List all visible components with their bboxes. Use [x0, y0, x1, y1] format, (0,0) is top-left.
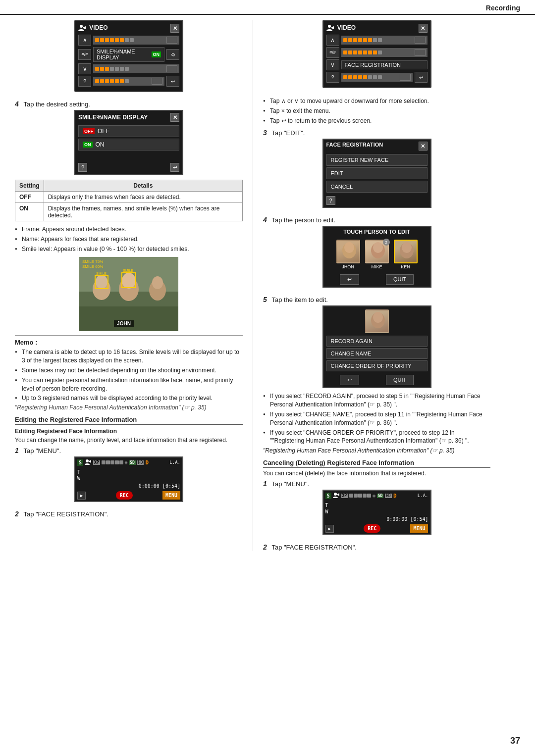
off-label: OFF	[98, 128, 109, 135]
back-icon-btn[interactable]: ↩	[166, 76, 179, 87]
nav-down-button[interactable]: ∨	[78, 63, 91, 74]
nav-down-right[interactable]: ∨	[326, 59, 339, 70]
svg-point-28	[402, 242, 412, 253]
bullet-frame: Frame: Appears around detected faces.	[15, 225, 243, 234]
smile-back-btn[interactable]: ↩	[170, 163, 179, 172]
face-reg-close-btn[interactable]: ✕	[419, 142, 428, 151]
menu-button[interactable]: MENU	[162, 491, 180, 500]
cancel-bottom-controls: ▶ REC MENU	[323, 523, 430, 534]
dot	[125, 67, 129, 71]
la-label: L.A.	[169, 460, 180, 465]
nav-up-button[interactable]: ∧	[78, 35, 91, 46]
dot	[95, 67, 99, 71]
svg-text:JOHN: JOHN	[117, 321, 131, 326]
edit-section-heading: Editing the Registered Face Information	[15, 416, 243, 425]
sound-indicator2: ◉	[373, 493, 375, 498]
cancel-step2-number: 2	[263, 543, 267, 551]
dot	[125, 38, 129, 42]
register-new-face-button[interactable]: REGISTER NEW FACE	[326, 154, 428, 166]
cancel-button[interactable]: CANCEL	[326, 181, 428, 193]
video-close-button[interactable]: ✕	[170, 24, 179, 33]
dot	[105, 67, 109, 71]
nav-help-right[interactable]: ?	[326, 72, 339, 83]
back-btn-right[interactable]: ↩	[415, 72, 428, 83]
face-thumb-mike[interactable]: 2	[365, 240, 389, 263]
change-priority-button[interactable]: CHANGE ORDER OF PRIORITY	[326, 360, 428, 371]
edit-bullet-2: If you select "CHANGE NAME", proceed to …	[263, 410, 490, 427]
ken-face-svg	[395, 241, 419, 264]
table-row: OFF Displays only the frames when faces …	[15, 192, 243, 203]
bullet-name: Name: Appears for faces that are registe…	[15, 235, 243, 244]
gear-icon-btn[interactable]: ⚙	[166, 49, 179, 60]
change-name-button[interactable]: CHANGE NAME	[326, 348, 428, 359]
step4-right-text: Tap the person to edit.	[271, 216, 335, 224]
nav-num-right[interactable]: #/#	[326, 47, 339, 58]
face-jhon[interactable]: JHON	[336, 240, 360, 269]
face-registration-screen: FACE REGISTRATION ✕ REGISTER NEW FACE ED…	[322, 139, 431, 208]
video-title: VIDEO	[89, 24, 107, 31]
edit-sub-heading: Editing Registered Face Information	[15, 428, 243, 435]
edit-step1-text: Tap "MENU".	[23, 447, 61, 454]
cancel-menu-button[interactable]: MENU	[410, 524, 428, 533]
record-again-button[interactable]: RECORD AGAIN	[326, 336, 428, 347]
step3-text: Tap "EDIT".	[271, 129, 305, 137]
nav-help-button[interactable]: ?	[78, 76, 91, 87]
table-col1-header: Setting	[15, 180, 44, 192]
video-close-button-right[interactable]: ✕	[419, 24, 428, 33]
face-reg-help-btn[interactable]: ?	[326, 196, 335, 205]
table-col2-header: Details	[44, 180, 242, 192]
hd-label2: HD	[385, 494, 392, 498]
svg-rect-3	[79, 306, 178, 331]
edit-item-screen: RECORD AGAIN CHANGE NAME CHANGE ORDER OF…	[322, 305, 431, 388]
help-btn[interactable]: ?	[78, 163, 87, 172]
cancel-rec-button[interactable]: REC	[364, 524, 380, 533]
off-option[interactable]: OFF OFF	[78, 125, 179, 137]
rec-button[interactable]: REC	[116, 491, 133, 500]
svg-text:SMILE 60%: SMILE 60%	[82, 264, 103, 269]
video-screen-right: VIDEO ✕ ∧ #/#	[322, 20, 431, 88]
dot	[100, 38, 104, 42]
dot	[130, 38, 134, 42]
cancel-section-heading: Canceling (Deleting) Registered Face Inf…	[263, 459, 490, 468]
dot	[100, 67, 104, 71]
edit-quit-button[interactable]: QUIT	[386, 375, 414, 385]
bar-right-1	[341, 36, 428, 45]
dots-indicators2	[349, 494, 371, 498]
touch-quit-button[interactable]: QUIT	[386, 274, 414, 285]
face-ken[interactable]: KEN	[394, 240, 418, 269]
touch-footer: ↩ QUIT	[323, 272, 430, 287]
face-thumb-ken[interactable]	[394, 240, 418, 263]
svg-point-19	[86, 459, 89, 462]
cancel-play-button[interactable]: ▶	[325, 525, 334, 533]
xp-label2: XP	[341, 494, 348, 498]
la-label2: L.A.	[418, 493, 428, 498]
person-icon	[78, 24, 86, 32]
nav-num-button[interactable]: #/#	[78, 49, 91, 60]
svg-point-30	[373, 312, 383, 323]
play-button[interactable]: ▶	[77, 492, 86, 500]
nav-up-right[interactable]: ∧	[326, 35, 339, 46]
off-badge: OFF	[83, 128, 95, 134]
dot	[115, 38, 119, 42]
face-thumb-jhon[interactable]	[336, 240, 360, 263]
face-mike[interactable]: 2 MIKE	[365, 240, 389, 269]
svg-point-31	[334, 493, 337, 496]
cancel-rec-time: 0:00:00 [0:54]	[323, 516, 430, 522]
w-label: W	[77, 476, 180, 481]
on-option[interactable]: ON ON	[78, 139, 179, 151]
smile-close-button[interactable]: ✕	[170, 113, 179, 122]
cancel-zoom-controls: T W	[323, 501, 430, 516]
cancel-step1-text: Tap "MENU".	[271, 480, 309, 488]
smile-display-screen: SMILE%/NAME DISPLAY ✕ OFF OFF ON ON ? ↩	[74, 110, 183, 175]
faces-row: JHON 2 MIKE KE	[323, 237, 430, 272]
memo-bullet-1: The camera is able to detect up to 16 fa…	[15, 348, 243, 365]
touch-title: TOUCH PERSON TO EDIT	[323, 227, 430, 237]
d-label: D	[145, 459, 149, 466]
touch-back-button[interactable]: ↩	[340, 274, 359, 285]
memo-bullet-3: You can register personal authentication…	[15, 376, 243, 393]
edit-description: You can change the name, priority level,…	[15, 437, 243, 444]
left-column: VIDEO ✕ ∧	[15, 20, 253, 551]
table-cell-setting-off: OFF	[15, 192, 44, 203]
edit-button[interactable]: EDIT	[326, 167, 428, 179]
edit-back-button[interactable]: ↩	[340, 375, 359, 385]
